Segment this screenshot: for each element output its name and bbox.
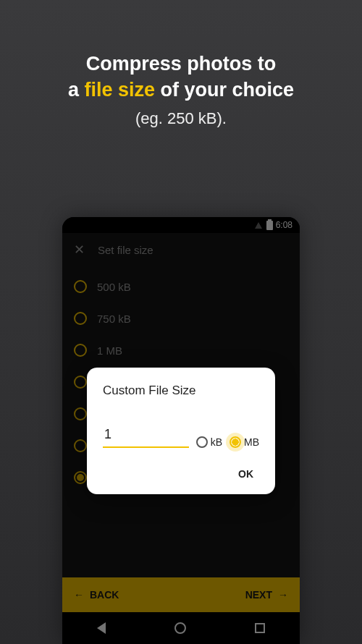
hero-line-1: Compress photos to (29, 51, 333, 77)
dialog-overlay: Custom File Size kB MB OK (62, 217, 300, 644)
phone-frame: 6:08 ✕ Set file size 500 kB 750 kB 1 MB … (62, 217, 300, 644)
ok-button[interactable]: OK (232, 464, 259, 484)
unit-mb-label: MB (244, 436, 259, 448)
radio-icon-selected (230, 436, 241, 448)
radio-icon (196, 436, 208, 448)
hero-highlight: file size (84, 79, 155, 101)
unit-mb-option[interactable]: MB (230, 436, 259, 448)
size-value-input[interactable] (103, 424, 189, 448)
hero-text: Compress photos to a file size of your c… (0, 0, 362, 128)
unit-kb-option[interactable]: kB (196, 436, 222, 448)
unit-kb-label: kB (211, 436, 222, 448)
dialog-title: Custom File Size (103, 384, 259, 398)
custom-size-dialog: Custom File Size kB MB OK (87, 368, 275, 494)
hero-line-2: a file size of your choice (29, 77, 333, 103)
hero-subtitle: (eg. 250 kB). (29, 109, 333, 128)
